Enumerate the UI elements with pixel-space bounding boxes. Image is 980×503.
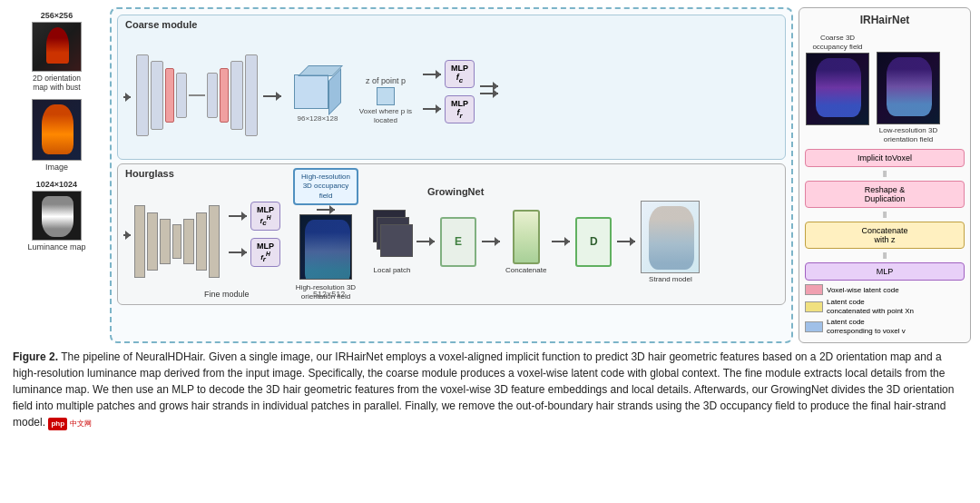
implicit-voxel-label: Implicit toVoxel: [858, 153, 912, 163]
hg-3: [160, 219, 171, 264]
swatch-latent-v: Latent code corresponding to voxel v: [805, 318, 965, 335]
mlp-fc-box: MLP fc: [445, 60, 475, 88]
mlp-fr-box: MLP fr: [445, 95, 475, 123]
dec-block-2: [230, 61, 243, 130]
mlp-fc-row: MLP fc: [423, 60, 475, 88]
growingnet-pipeline: Local patch E Concatenate D: [373, 201, 700, 283]
fch-label: fcH: [257, 214, 274, 227]
mlp-frh-box: MLP frH: [250, 238, 280, 267]
connector-h: [189, 94, 205, 96]
voxel-cube: [294, 65, 341, 113]
arrow-mlp-fr: [423, 108, 441, 110]
hg-5: [183, 219, 194, 264]
legend-mlp: MLP: [805, 262, 965, 281]
strand-section: Strand model: [641, 201, 700, 283]
hair-image: [32, 99, 82, 161]
concat-label: Concatenate: [505, 266, 546, 274]
mlp-fr-row: MLP fr: [423, 95, 475, 123]
voxel-where-label: Voxel where p is located: [354, 107, 417, 124]
mlp-label: MLP: [451, 64, 468, 73]
php-badge: php: [48, 418, 67, 430]
coarse-3d-label: Coarse 3D occupancy field: [805, 34, 870, 51]
hg-1: [134, 205, 145, 278]
input-arrow-fine: [123, 234, 131, 236]
patch-3: [380, 224, 413, 257]
mlp-h-label: MLP: [257, 205, 274, 214]
arrow-to-hfield: [317, 209, 335, 211]
legend-concat-z: Concatenate with z: [805, 222, 965, 249]
highres-occ-label: High-resolution 3D occupancy field: [301, 173, 350, 200]
concat-z-label: Concatenate with z: [861, 226, 907, 244]
dec-block-3: [245, 54, 258, 136]
enc-box: E: [440, 217, 476, 267]
arrow-to-concat: [482, 241, 500, 242]
lowres-3d-section: Low-resolution 3D orientation field: [876, 52, 941, 143]
highres-occ-section: High-resolution 3D occupancy field High-…: [293, 168, 358, 301]
growing-net-section: GrowingNet Local patch: [373, 186, 700, 283]
double-line-2: ||: [805, 210, 965, 218]
arrow-to-voxel: [263, 95, 281, 97]
legend-reshape: Reshape & Duplication: [805, 181, 965, 208]
mlp-h2-label: MLP: [257, 242, 274, 251]
arrow-to-lowres: [480, 93, 498, 94]
lowres-ori-field: [480, 93, 498, 94]
mlp-fr-label: MLP: [451, 99, 468, 108]
coarse-3d-section: Coarse 3D occupancy field: [805, 34, 870, 143]
input-arrow-coarse: [123, 96, 131, 98]
dec-block-1: [207, 73, 218, 118]
arrow-to-dec: [552, 241, 570, 242]
input-item-orientation: 256×256 2D orientation map with bust: [32, 11, 82, 92]
frh-label: frH: [257, 251, 274, 263]
arrow-to-strand: [617, 241, 635, 242]
fine-size-label: 512×512: [313, 290, 345, 299]
hg-6: [196, 212, 207, 271]
irhairnet-panel: IRHairNet Coarse 3D occupancy field Low-…: [799, 7, 971, 343]
double-line-1: ||: [805, 169, 965, 177]
latent-xn-label: Latent code concatenated with point Xn: [827, 298, 914, 315]
pink-block-1: [165, 68, 174, 123]
encoder-decoder-coarse: [136, 54, 258, 136]
input-item-image: Image: [32, 99, 82, 173]
mlp-column-fine: MLP fcH MLP frH: [229, 202, 280, 268]
concat-section: Concatenate: [505, 210, 546, 274]
growingnet-title: GrowingNet: [427, 186, 484, 197]
enc-block-3: [176, 73, 187, 118]
coarse-results: [480, 85, 498, 94]
orientation-image: [32, 22, 82, 72]
hourglass-blocks: [134, 205, 220, 278]
fine-module-label: Fine module: [204, 290, 250, 299]
hg-4: [172, 224, 181, 259]
arrow-to-enc: [416, 241, 435, 242]
swatch-latent-v-color: [805, 321, 823, 332]
swatch-voxelwise: Voxel-wise latent code: [805, 284, 965, 295]
arrow-mlp-frh: [229, 252, 247, 253]
patch-stack: [373, 210, 411, 264]
luminance-image: [32, 191, 82, 241]
hair-results-row: Coarse 3D occupancy field Low-resolution…: [805, 34, 965, 143]
arrow-mlp-fc: [423, 74, 441, 75]
mlp-fch-row: MLP fcH: [229, 202, 280, 231]
mlp-fch-box: MLP fcH: [250, 202, 280, 231]
hg-7: [209, 205, 220, 278]
strand-model-img: [641, 201, 700, 273]
size-1024: 1024×1024: [36, 180, 77, 189]
double-line-3: ||: [805, 251, 965, 259]
left-inputs: 256×256 2D orientation map with bust Ima…: [9, 7, 104, 343]
reshape-label: Reshape & Duplication: [865, 185, 906, 203]
image-label: Image: [45, 163, 68, 173]
main-container: 256×256 2D orientation map with bust Ima…: [0, 0, 980, 503]
voxelwise-label: Voxel-wise latent code: [827, 286, 899, 294]
diagram-area: 256×256 2D orientation map with bust Ima…: [9, 7, 971, 343]
z-label: z of point p: [366, 76, 406, 85]
fr-label: fr: [451, 108, 468, 120]
local-patch-label: Local patch: [374, 266, 411, 274]
latent-v-label: Latent code corresponding to voxel v: [827, 318, 906, 335]
luminance-label: Luminance map: [27, 242, 85, 252]
site-label: 中文网: [70, 419, 92, 428]
coarse-hair-img: [806, 53, 869, 125]
arrow-mlp-fch: [229, 215, 247, 217]
voxel-pointer-section: z of point p Voxel where p is located: [354, 76, 417, 124]
lowres-hair-img: [877, 52, 940, 124]
enc-block-1: [136, 54, 149, 136]
pink-block-2: [220, 68, 229, 123]
